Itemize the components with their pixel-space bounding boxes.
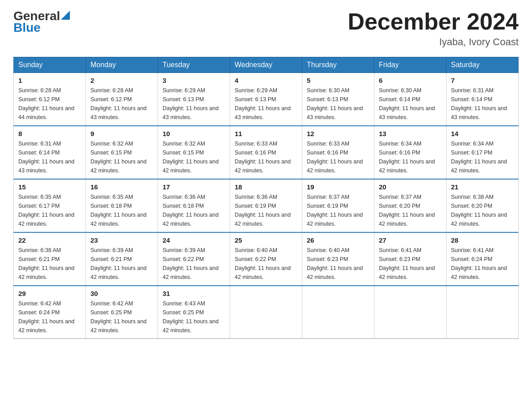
- day-number: 8: [18, 130, 81, 137]
- day-number: 31: [163, 290, 225, 297]
- calendar-week-row: 1Sunrise: 6:28 AMSunset: 6:12 PMDaylight…: [14, 73, 519, 126]
- day-number: 10: [163, 130, 225, 137]
- day-info: Sunrise: 6:32 AMSunset: 6:15 PMDaylight:…: [163, 139, 225, 175]
- day-info: Sunrise: 6:28 AMSunset: 6:12 PMDaylight:…: [18, 86, 81, 122]
- day-number: 20: [379, 183, 442, 191]
- day-number: 3: [163, 77, 225, 84]
- day-number: 5: [307, 77, 369, 84]
- calendar-day-cell: 23Sunrise: 6:39 AMSunset: 6:21 PMDayligh…: [86, 232, 158, 286]
- calendar-day-cell: [230, 286, 302, 339]
- day-info: Sunrise: 6:41 AMSunset: 6:23 PMDaylight:…: [379, 246, 442, 282]
- calendar-day-cell: 6Sunrise: 6:30 AMSunset: 6:14 PMDaylight…: [374, 73, 446, 126]
- day-info: Sunrise: 6:38 AMSunset: 6:20 PMDaylight:…: [451, 193, 514, 228]
- calendar-day-cell: 10Sunrise: 6:32 AMSunset: 6:15 PMDayligh…: [158, 126, 230, 179]
- day-number: 24: [163, 236, 225, 244]
- day-info: Sunrise: 6:33 AMSunset: 6:16 PMDaylight:…: [235, 139, 297, 175]
- calendar-day-cell: 25Sunrise: 6:40 AMSunset: 6:22 PMDayligh…: [230, 232, 302, 286]
- calendar-day-cell: 26Sunrise: 6:40 AMSunset: 6:23 PMDayligh…: [302, 232, 374, 286]
- day-header-friday: Friday: [374, 57, 446, 73]
- logo-text-blue: Blue: [13, 21, 41, 35]
- day-info: Sunrise: 6:29 AMSunset: 6:13 PMDaylight:…: [235, 86, 297, 122]
- day-info: Sunrise: 6:28 AMSunset: 6:12 PMDaylight:…: [90, 86, 153, 122]
- calendar-day-cell: 12Sunrise: 6:33 AMSunset: 6:16 PMDayligh…: [302, 126, 374, 179]
- calendar-day-cell: 20Sunrise: 6:37 AMSunset: 6:20 PMDayligh…: [374, 179, 446, 232]
- day-info: Sunrise: 6:34 AMSunset: 6:17 PMDaylight:…: [451, 139, 514, 175]
- calendar-day-cell: 16Sunrise: 6:35 AMSunset: 6:18 PMDayligh…: [86, 179, 158, 232]
- calendar-day-cell: 7Sunrise: 6:31 AMSunset: 6:14 PMDaylight…: [446, 73, 519, 126]
- day-info: Sunrise: 6:42 AMSunset: 6:24 PMDaylight:…: [18, 299, 81, 335]
- day-info: Sunrise: 6:36 AMSunset: 6:18 PMDaylight:…: [163, 193, 225, 228]
- day-info: Sunrise: 6:43 AMSunset: 6:25 PMDaylight:…: [163, 299, 225, 335]
- day-number: 13: [379, 130, 442, 137]
- calendar-day-cell: [374, 286, 446, 339]
- day-number: 26: [307, 236, 369, 244]
- calendar-day-cell: 31Sunrise: 6:43 AMSunset: 6:25 PMDayligh…: [158, 286, 230, 339]
- day-header-saturday: Saturday: [446, 57, 519, 73]
- calendar-day-cell: 2Sunrise: 6:28 AMSunset: 6:12 PMDaylight…: [86, 73, 158, 126]
- day-info: Sunrise: 6:38 AMSunset: 6:21 PMDaylight:…: [18, 246, 81, 282]
- day-number: 19: [307, 183, 369, 191]
- day-number: 23: [90, 236, 153, 244]
- calendar-day-cell: [302, 286, 374, 339]
- day-info: Sunrise: 6:37 AMSunset: 6:19 PMDaylight:…: [307, 193, 369, 228]
- day-number: 25: [235, 236, 297, 244]
- day-number: 1: [18, 77, 81, 84]
- calendar-week-row: 29Sunrise: 6:42 AMSunset: 6:24 PMDayligh…: [14, 286, 519, 339]
- day-number: 15: [18, 183, 81, 191]
- day-number: 7: [451, 77, 514, 84]
- logo-triangle-icon: [61, 11, 70, 20]
- calendar-week-row: 8Sunrise: 6:31 AMSunset: 6:14 PMDaylight…: [14, 126, 519, 179]
- calendar-week-row: 22Sunrise: 6:38 AMSunset: 6:21 PMDayligh…: [14, 232, 519, 286]
- day-info: Sunrise: 6:34 AMSunset: 6:16 PMDaylight:…: [379, 139, 442, 175]
- day-info: Sunrise: 6:30 AMSunset: 6:13 PMDaylight:…: [307, 86, 369, 122]
- calendar-day-cell: 24Sunrise: 6:39 AMSunset: 6:22 PMDayligh…: [158, 232, 230, 286]
- day-number: 18: [235, 183, 297, 191]
- calendar-day-cell: 4Sunrise: 6:29 AMSunset: 6:13 PMDaylight…: [230, 73, 302, 126]
- calendar-day-cell: 13Sunrise: 6:34 AMSunset: 6:16 PMDayligh…: [374, 126, 446, 179]
- day-number: 4: [235, 77, 297, 84]
- day-info: Sunrise: 6:33 AMSunset: 6:16 PMDaylight:…: [307, 139, 369, 175]
- day-number: 21: [451, 183, 514, 191]
- calendar-header-row: SundayMondayTuesdayWednesdayThursdayFrid…: [14, 57, 519, 73]
- calendar-day-cell: 3Sunrise: 6:29 AMSunset: 6:13 PMDaylight…: [158, 73, 230, 126]
- day-info: Sunrise: 6:40 AMSunset: 6:22 PMDaylight:…: [235, 246, 297, 282]
- calendar-day-cell: 1Sunrise: 6:28 AMSunset: 6:12 PMDaylight…: [14, 73, 86, 126]
- day-number: 9: [90, 130, 153, 137]
- calendar-day-cell: 30Sunrise: 6:42 AMSunset: 6:25 PMDayligh…: [86, 286, 158, 339]
- svg-marker-0: [61, 11, 70, 20]
- calendar-day-cell: 28Sunrise: 6:41 AMSunset: 6:24 PMDayligh…: [446, 232, 519, 286]
- day-header-tuesday: Tuesday: [158, 57, 230, 73]
- location: Iyaba, Ivory Coast: [348, 36, 519, 48]
- day-number: 17: [163, 183, 225, 191]
- day-info: Sunrise: 6:41 AMSunset: 6:24 PMDaylight:…: [451, 246, 514, 282]
- day-info: Sunrise: 6:31 AMSunset: 6:14 PMDaylight:…: [451, 86, 514, 122]
- day-number: 27: [379, 236, 442, 244]
- day-info: Sunrise: 6:35 AMSunset: 6:18 PMDaylight:…: [90, 193, 153, 228]
- calendar-day-cell: 27Sunrise: 6:41 AMSunset: 6:23 PMDayligh…: [374, 232, 446, 286]
- calendar-day-cell: 22Sunrise: 6:38 AMSunset: 6:21 PMDayligh…: [14, 232, 86, 286]
- day-info: Sunrise: 6:40 AMSunset: 6:23 PMDaylight:…: [307, 246, 369, 282]
- day-header-thursday: Thursday: [302, 57, 374, 73]
- calendar-day-cell: 15Sunrise: 6:35 AMSunset: 6:17 PMDayligh…: [14, 179, 86, 232]
- day-number: 30: [90, 290, 153, 297]
- calendar-day-cell: 11Sunrise: 6:33 AMSunset: 6:16 PMDayligh…: [230, 126, 302, 179]
- calendar-day-cell: 17Sunrise: 6:36 AMSunset: 6:18 PMDayligh…: [158, 179, 230, 232]
- calendar-day-cell: 18Sunrise: 6:36 AMSunset: 6:19 PMDayligh…: [230, 179, 302, 232]
- day-info: Sunrise: 6:35 AMSunset: 6:17 PMDaylight:…: [18, 193, 81, 228]
- day-info: Sunrise: 6:42 AMSunset: 6:25 PMDaylight:…: [90, 299, 153, 335]
- day-info: Sunrise: 6:36 AMSunset: 6:19 PMDaylight:…: [235, 193, 297, 228]
- page-header: General Blue December 2024 Iyaba, Ivory …: [13, 9, 519, 48]
- calendar-day-cell: 5Sunrise: 6:30 AMSunset: 6:13 PMDaylight…: [302, 73, 374, 126]
- calendar-day-cell: 9Sunrise: 6:32 AMSunset: 6:15 PMDaylight…: [86, 126, 158, 179]
- day-info: Sunrise: 6:37 AMSunset: 6:20 PMDaylight:…: [379, 193, 442, 228]
- calendar-day-cell: 21Sunrise: 6:38 AMSunset: 6:20 PMDayligh…: [446, 179, 519, 232]
- calendar-day-cell: [446, 286, 519, 339]
- calendar-day-cell: 29Sunrise: 6:42 AMSunset: 6:24 PMDayligh…: [14, 286, 86, 339]
- day-number: 2: [90, 77, 153, 84]
- day-number: 28: [451, 236, 514, 244]
- calendar-week-row: 15Sunrise: 6:35 AMSunset: 6:17 PMDayligh…: [14, 179, 519, 232]
- calendar-day-cell: 14Sunrise: 6:34 AMSunset: 6:17 PMDayligh…: [446, 126, 519, 179]
- day-header-wednesday: Wednesday: [230, 57, 302, 73]
- calendar-day-cell: 19Sunrise: 6:37 AMSunset: 6:19 PMDayligh…: [302, 179, 374, 232]
- day-number: 22: [18, 236, 81, 244]
